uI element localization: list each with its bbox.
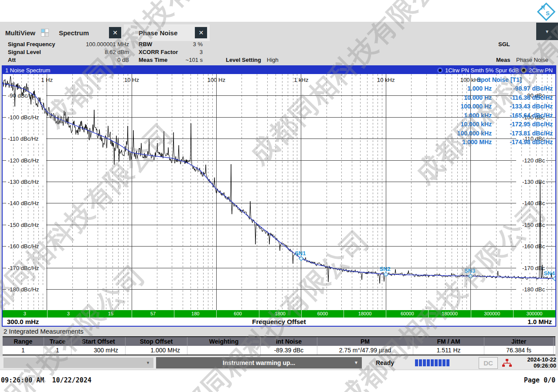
svg-text:-130 dBc: -130 dBc (522, 179, 545, 185)
status-date: 2024-10-22 (527, 357, 557, 363)
noise-spectrum-window: 1 Noise Spectrum 1Clrw PN Smth 5% Spur 6… (2, 65, 556, 327)
svg-text:100 kHz: 100 kHz (460, 77, 481, 83)
progress-block (446, 359, 449, 366)
integrated-measurements-title: 2 Integrated Measurements (3, 328, 83, 335)
im-cell: 1 (44, 346, 71, 355)
subscan-segment: 60000 (386, 310, 428, 318)
rs-logo-letter-s: S (546, 10, 550, 17)
svg-text:-110 dBc: -110 dBc (523, 135, 545, 142)
noise-spectrum-titlebar[interactable]: 1 Noise Spectrum 1Clrw PN Smth 5% Spur 6… (3, 66, 555, 74)
progress-block (435, 359, 438, 366)
subscan-segment: 180 (174, 310, 216, 318)
print-footer-band: 09:26:00 AM 10/22/2024 Page 0/0 (0, 370, 558, 392)
im-header-cell: Weighting (187, 337, 261, 346)
signal-frequency-value: 100.000001 MHz (70, 41, 129, 47)
im-cell: 1.000 MHz (126, 346, 187, 355)
measurement-header: Signal Frequency 100.000001 MHz Signal L… (0, 41, 558, 65)
dc-coupling-button[interactable]: DC (479, 357, 498, 369)
screen: R S ▼ MultiView Spectrum ✕ Phase Noise ✕… (0, 0, 558, 392)
progress-block (427, 359, 430, 366)
tab-multiview[interactable]: MultiView (5, 29, 35, 37)
x-axis-stop-value: 1.0 MHz (527, 318, 552, 325)
svg-text:-170 dBc: -170 dBc (522, 265, 545, 271)
rs-logo-icon: R S (537, 3, 554, 19)
multiview-grid-icon (41, 29, 48, 36)
im-cell: 1 (3, 346, 44, 355)
tab-phase-noise[interactable]: Phase Noise ✕ (124, 24, 210, 41)
subscan-segment: 1800 (259, 310, 301, 318)
svg-text:-150 dBc/Hz: -150 dBc/Hz (8, 222, 39, 228)
im-cell: 1.511 Hz (413, 346, 484, 355)
ready-indicator: Ready (376, 356, 394, 369)
att-label: Att (8, 57, 16, 63)
print-timestamp: 09:26:00 AM 10/22/2024 (1, 376, 92, 384)
status-message[interactable]: Instrument warming up... ▼ (156, 357, 362, 368)
svg-text:-160 dBc/Hz: -160 dBc/Hz (8, 243, 39, 250)
im-cell: 2.75 m°/47.99 µrad (317, 346, 413, 355)
subscan-segment: 6000 (301, 310, 344, 318)
svg-text:SN4: SN4 (544, 270, 555, 277)
subscan-segment: 3 (3, 310, 47, 318)
status-time: 09:26:00 (527, 363, 557, 369)
svg-text:-140 dBc/Hz: -140 dBc/Hz (8, 200, 39, 206)
subscan-segment: 300000 (471, 310, 513, 318)
table-row: 11300 mHz1.000 MHz-89.39 dBc2.75 m°/47.9… (3, 346, 555, 355)
progress-block (423, 359, 426, 366)
status-bar: ▼ Instrument warming up... ▼ Ready DC (0, 356, 558, 369)
progress-block (419, 359, 422, 366)
tab-phase-noise-label: Phase Noise (139, 29, 177, 37)
tab-spectrum[interactable]: Spectrum (59, 29, 89, 37)
sidebar-toggle-button[interactable]: ▼ (536, 23, 558, 40)
im-header-cell: Int Noise (261, 337, 317, 346)
progress-block (439, 359, 442, 366)
svg-text:-170 dBc/Hz: -170 dBc/Hz (8, 265, 39, 271)
close-spectrum-tab-icon[interactable]: ✕ (109, 27, 121, 38)
im-header-cell: Range (3, 337, 44, 346)
chevron-down-icon: ▼ (354, 357, 358, 368)
print-page-number: Page 0/0 (524, 376, 555, 384)
signal-frequency-label: Signal Frequency (8, 41, 55, 47)
subscan-segment: 57 (132, 310, 174, 318)
level-setting-label: Level Setting (226, 57, 261, 63)
noise-spectrum-plot[interactable]: -90 dBc/Hz-90 dBc-100 dBc/Hz-100 dBc-110… (3, 74, 555, 310)
subscan-segment: 15 (89, 310, 132, 318)
x-axis-title: Frequency Offset (3, 318, 555, 325)
im-cell (187, 346, 261, 355)
signal-level-value: 8.62 dBm (70, 49, 129, 55)
im-header-cell: Start Offset (71, 337, 126, 346)
trace-legend: 1Clrw PN Smth 5% Spur 6dB 2Clrw PN (437, 67, 555, 74)
svg-text:10 Hz: 10 Hz (124, 77, 139, 83)
network-status-icon (502, 358, 512, 369)
rs-logo-letter-r: R (541, 4, 545, 11)
window-title: 1 Noise Spectrum (3, 67, 50, 74)
xcorr-factor-value: 3 (157, 49, 203, 55)
chevron-down-icon: ▼ (146, 361, 150, 365)
level-setting-value: High (267, 57, 293, 63)
svg-text:-90 dBc: -90 dBc (525, 92, 545, 99)
rbw-value: 3 % (157, 41, 203, 47)
subscan-segment: 180000 (428, 310, 470, 318)
subscan-segment: 600 (216, 310, 259, 318)
svg-text:SN2: SN2 (380, 266, 391, 272)
meas-value: Phase Noise (516, 57, 556, 63)
progress-block (442, 359, 446, 366)
im-header-cell: FM / AM (413, 337, 484, 346)
svg-text:SN1: SN1 (295, 250, 306, 257)
svg-text:1 Hz: 1 Hz (41, 77, 53, 83)
trace2-legend-icon (521, 68, 527, 73)
status-dropdown[interactable]: ▼ (3, 358, 153, 368)
close-phase-noise-tab-icon[interactable]: ✕ (195, 27, 207, 38)
svg-text:-180 dBc: -180 dBc (522, 286, 545, 293)
att-value: 0 dB (70, 57, 129, 63)
im-header-cell: Trace (44, 337, 71, 346)
im-header-row: RangeTraceStart OffsetStop OffsetWeighti… (3, 337, 555, 346)
svg-text:-110 dBc/Hz: -110 dBc/Hz (8, 135, 39, 142)
trace2-legend-label: 2Clrw PN (529, 67, 553, 74)
subscan-segment: 18000 (344, 310, 386, 318)
subscan-segment: 3 (47, 310, 89, 318)
progress-block (431, 359, 434, 366)
svg-text:10 kHz: 10 kHz (377, 77, 395, 83)
subscan-status-bar: 3315571806001800600018000600001800003000… (3, 310, 555, 318)
instrument-app: ▼ MultiView Spectrum ✕ Phase Noise ✕ Sig… (0, 22, 558, 370)
im-cell: 300 mHz (71, 346, 126, 355)
